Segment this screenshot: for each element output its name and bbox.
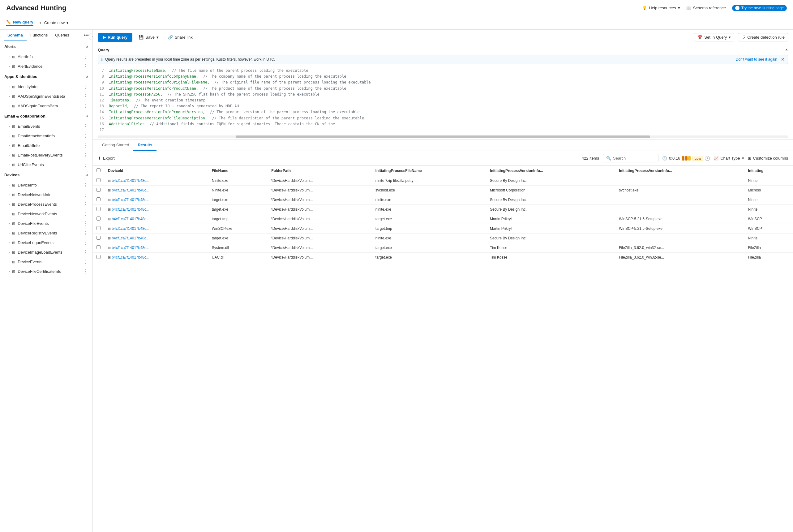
col-filename[interactable]: FileName <box>208 166 268 176</box>
row-checkbox[interactable] <box>96 255 100 259</box>
select-all-checkbox[interactable] <box>96 168 100 172</box>
sidebar-item-devicenetworkevents[interactable]: › ⊞ DeviceNetworkEvents ⋮ <box>0 209 93 219</box>
save-button[interactable]: 💾 Save ▾ <box>135 33 162 41</box>
deviceid-link[interactable]: b4cf1ca7f14017b48c... <box>112 207 149 212</box>
cell-deviceid[interactable]: ⊞ b4cf1ca7f14017b48c... <box>104 224 208 233</box>
sidebar-item-devicenetworkinfo[interactable]: › ⊞ DeviceNetworkInfo ⋮ <box>0 190 93 200</box>
cell-deviceid[interactable]: ⊞ b4cf1ca7f14017b48c... <box>104 243 208 253</box>
deviceid-link[interactable]: b4cf1ca7f14017b48c... <box>112 178 149 183</box>
row-checkbox[interactable] <box>96 226 100 230</box>
select-all-header[interactable] <box>93 166 104 176</box>
more-icon[interactable]: ⋮ <box>83 162 88 168</box>
try-new-hunting-toggle[interactable]: Try the new Hunting page <box>732 5 787 11</box>
row-checkbox-cell[interactable] <box>93 195 104 205</box>
sidebar-item-urlclickevents[interactable]: › ⊞ UrlClickEvents ⋮ <box>0 160 93 170</box>
col-deviceid[interactable]: DeviceId <box>104 166 208 176</box>
cell-deviceid[interactable]: ⊞ b4cf1ca7f14017b48c... <box>104 176 208 186</box>
tab-results[interactable]: Results <box>133 139 156 151</box>
more-icon[interactable]: ⋮ <box>83 63 88 69</box>
help-resources-button[interactable]: 💡 Help resources ▾ <box>642 5 680 10</box>
row-checkbox[interactable] <box>96 216 100 221</box>
row-checkbox[interactable] <box>96 245 100 249</box>
section-devices-header[interactable]: Devices ∧ <box>0 170 93 180</box>
tab-schema[interactable]: Schema <box>4 30 26 41</box>
sidebar-more-icon[interactable]: ••• <box>83 33 89 38</box>
more-icon[interactable]: ⋮ <box>83 93 88 99</box>
row-checkbox-cell[interactable] <box>93 253 104 262</box>
row-checkbox[interactable] <box>96 178 100 182</box>
sidebar-item-aadspnsigninevents[interactable]: › ⊞ AADSpnSignInEventsBeta ⋮ <box>0 92 93 101</box>
sidebar-item-aadsigninevents[interactable]: › ⊞ AADSignInEventsBeta ⋮ <box>0 101 93 111</box>
sidebar-item-deviceevents[interactable]: › ⊞ DeviceEvents ⋮ <box>0 257 93 267</box>
row-checkbox-cell[interactable] <box>93 233 104 243</box>
cell-deviceid[interactable]: ⊞ b4cf1ca7f14017b48c... <box>104 253 208 262</box>
more-icon[interactable]: ⋮ <box>83 268 88 274</box>
more-icon[interactable]: ⋮ <box>83 240 88 246</box>
tab-getting-started[interactable]: Getting Started <box>98 139 133 151</box>
tab-queries[interactable]: Queries <box>51 30 73 41</box>
cell-deviceid[interactable]: ⊞ b4cf1ca7f14017b48c... <box>104 214 208 224</box>
more-icon[interactable]: ⋮ <box>83 84 88 90</box>
create-new-button[interactable]: ＋ Create new ▾ <box>38 20 69 26</box>
deviceid-link[interactable]: b4cf1ca7f14017b48c... <box>112 188 149 192</box>
sidebar-item-emailpostdelivery[interactable]: › ⊞ EmailPostDeliveryEvents ⋮ <box>0 150 93 160</box>
close-banner-button[interactable]: ✕ <box>781 57 785 62</box>
more-icon[interactable]: ⋮ <box>83 201 88 207</box>
row-checkbox-cell[interactable] <box>93 205 104 214</box>
sidebar-item-emailattachmentinfo[interactable]: › ⊞ EmailAttachmentInfo ⋮ <box>0 131 93 141</box>
timing-info-icon[interactable]: i <box>705 156 710 161</box>
chart-type-button[interactable]: 📈 Chart Type ▾ <box>714 156 744 160</box>
col-versioninfo2[interactable]: InitiatingProcessVersionInfo... <box>615 166 744 176</box>
row-checkbox-cell[interactable] <box>93 176 104 186</box>
col-initiating[interactable]: Initiating <box>744 166 793 176</box>
col-folderpath[interactable]: FolderPath <box>268 166 371 176</box>
deviceid-link[interactable]: b4cf1ca7f14017b48c... <box>112 226 149 231</box>
deviceid-link[interactable]: b4cf1ca7f14017b48c... <box>112 217 149 221</box>
search-box[interactable]: 🔍 <box>603 154 658 163</box>
cell-deviceid[interactable]: ⊞ b4cf1ca7f14017b48c... <box>104 233 208 243</box>
col-versioninfo1[interactable]: InitiatingProcessVersionInfo... <box>486 166 615 176</box>
sidebar-item-emailevents[interactable]: › ⊞ EmailEvents ⋮ <box>0 121 93 131</box>
cell-deviceid[interactable]: ⊞ b4cf1ca7f14017b48c... <box>104 205 208 214</box>
customize-columns-button[interactable]: ⊞ Customize columns <box>748 156 788 160</box>
more-icon[interactable]: ⋮ <box>83 259 88 265</box>
more-icon[interactable]: ⋮ <box>83 182 88 188</box>
set-in-query-button[interactable]: 📅 Set In Query ▾ <box>694 33 734 41</box>
deviceid-link[interactable]: b4cf1ca7f14017b48c... <box>112 255 149 260</box>
dont-show-button[interactable]: Don't want to see it again <box>736 57 777 61</box>
more-icon[interactable]: ⋮ <box>83 124 88 129</box>
run-query-button[interactable]: ▶ Run query <box>98 33 132 42</box>
new-query-button[interactable]: ✏️ New query <box>6 20 33 26</box>
sidebar-item-deviceprocessevents[interactable]: › ⊞ DeviceProcessEvents ⋮ <box>0 200 93 209</box>
query-collapse-button[interactable]: ∧ <box>785 48 788 52</box>
section-alerts-header[interactable]: Alerts ∧ <box>0 41 93 52</box>
row-checkbox[interactable] <box>96 236 100 240</box>
schema-reference-button[interactable]: 📖 Schema reference <box>686 5 726 10</box>
more-icon[interactable]: ⋮ <box>83 142 88 149</box>
col-initiating-filename[interactable]: InitiatingProcessFileName <box>372 166 486 176</box>
create-detection-button[interactable]: 🛡 Create detection rule <box>738 33 788 41</box>
code-scrollbar[interactable] <box>98 135 788 138</box>
share-link-button[interactable]: 🔗 Share link <box>165 33 196 41</box>
more-icon[interactable]: ⋮ <box>83 103 88 109</box>
more-icon[interactable]: ⋮ <box>83 249 88 255</box>
section-email-header[interactable]: Email & collaboration ∧ <box>0 111 93 121</box>
sidebar-item-deviceregistryevents[interactable]: › ⊞ DeviceRegistryEvents ⋮ <box>0 228 93 238</box>
row-checkbox-cell[interactable] <box>93 224 104 233</box>
row-checkbox[interactable] <box>96 207 100 211</box>
sidebar-item-devicefilecertinfo[interactable]: › ⊞ DeviceFileCertificateInfo ⋮ <box>0 267 93 276</box>
deviceid-link[interactable]: b4cf1ca7f14017b48c... <box>112 198 149 202</box>
sidebar-item-deviceinfo[interactable]: › ⊞ DeviceInfo ⋮ <box>0 180 93 190</box>
row-checkbox-cell[interactable] <box>93 186 104 195</box>
more-icon[interactable]: ⋮ <box>83 230 88 236</box>
cell-deviceid[interactable]: ⊞ b4cf1ca7f14017b48c... <box>104 195 208 205</box>
code-editor[interactable]: 7 InitiatingProcessFileName, // The file… <box>93 66 793 135</box>
row-checkbox-cell[interactable] <box>93 214 104 224</box>
more-icon[interactable]: ⋮ <box>83 192 88 198</box>
sidebar-item-devicelogonevents[interactable]: › ⊞ DeviceLogonEvents ⋮ <box>0 238 93 247</box>
section-apps-identities-header[interactable]: Apps & identities ∧ <box>0 71 93 82</box>
deviceid-link[interactable]: b4cf1ca7f14017b48c... <box>112 236 149 240</box>
more-icon[interactable]: ⋮ <box>83 54 88 60</box>
export-button[interactable]: ⬇ Export <box>98 156 115 160</box>
sidebar-item-alertinfo[interactable]: › ⊞ AlertInfo ⋮ <box>0 52 93 61</box>
